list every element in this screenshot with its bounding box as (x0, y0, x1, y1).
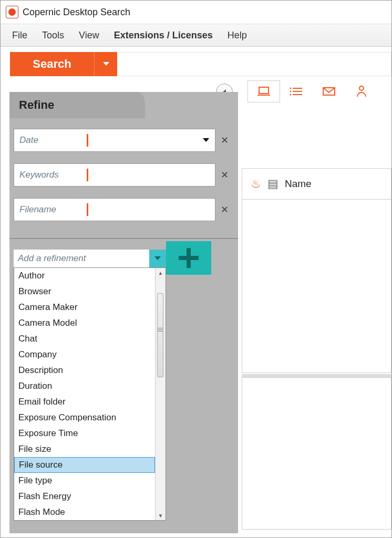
refinement-option[interactable]: Author (14, 268, 155, 284)
laptop-icon (257, 86, 271, 97)
add-refinement-dropdown-button[interactable] (149, 250, 166, 267)
results-list (242, 200, 391, 373)
menu-bar: File Tools View Extensions / Licenses He… (1, 24, 391, 47)
menu-tools[interactable]: Tools (35, 26, 71, 45)
caret-divider (87, 169, 88, 181)
refinement-option[interactable]: Email folder (14, 394, 155, 410)
preview-pane (242, 377, 391, 530)
refine-date-row: Date (14, 129, 215, 152)
refinement-option[interactable]: Duration (14, 378, 155, 394)
refine-date-clear[interactable]: ✕ (216, 129, 232, 152)
refine-date-dropdown[interactable] (202, 136, 215, 145)
refinement-option[interactable]: Company (14, 347, 155, 363)
scroll-grip-icon (158, 328, 163, 333)
refinement-option[interactable]: Browser (14, 284, 155, 299)
person-icon (356, 85, 367, 98)
add-refinement-plus-button[interactable] (166, 241, 211, 275)
menu-file[interactable]: File (5, 26, 35, 45)
refine-keywords-row: Keywords (14, 163, 215, 187)
refinement-option[interactable]: Exposure Time (14, 426, 155, 441)
search-input[interactable] (117, 52, 391, 76)
caret-divider (87, 203, 88, 216)
refinement-option[interactable]: File source (14, 457, 155, 473)
plus-icon (179, 248, 199, 268)
add-refinement-combo[interactable]: Add a refinement (14, 250, 166, 267)
category-mail[interactable] (313, 80, 345, 102)
svg-marker-13 (154, 256, 161, 260)
chevron-down-icon (202, 138, 210, 143)
scroll-down-button[interactable]: ▼ (156, 511, 166, 520)
chevron-down-icon (154, 256, 161, 261)
refinement-option[interactable]: Chat (14, 331, 155, 347)
relevance-icon[interactable]: ♨ (251, 177, 261, 191)
refine-keywords-label: Keywords (14, 170, 87, 180)
mail-icon (322, 86, 336, 97)
caret-divider (87, 134, 88, 147)
refine-tab[interactable]: Refine (9, 92, 145, 118)
menu-extensions[interactable]: Extensions / Licenses (107, 26, 220, 45)
refinement-options-list: AuthorBrowserCamera MakerCamera ModelCha… (14, 268, 155, 520)
menu-help[interactable]: Help (220, 26, 254, 45)
svg-point-9 (290, 94, 292, 96)
category-contacts[interactable] (345, 80, 378, 102)
search-button[interactable]: Search (10, 52, 94, 76)
svg-point-8 (290, 91, 292, 92)
app-title: Copernic Desktop Search (23, 7, 130, 18)
app-icon (6, 6, 18, 18)
svg-point-11 (359, 86, 364, 90)
list-icon (290, 86, 303, 97)
refinement-option[interactable]: Flash Mode (14, 504, 155, 520)
add-refinement-label: Add a refinement (14, 253, 149, 264)
chevron-down-icon (103, 62, 109, 66)
refinement-option[interactable]: Exposure Compensation (14, 410, 155, 426)
scroll-up-button[interactable]: ▲ (156, 268, 166, 277)
title-bar: Copernic Desktop Search (1, 1, 391, 24)
refine-date-label: Date (14, 135, 87, 146)
dropdown-scrollbar[interactable]: ▲ ▼ (155, 268, 166, 520)
svg-marker-12 (203, 138, 209, 142)
refinement-dropdown: AuthorBrowserCamera MakerCamera ModelCha… (14, 267, 166, 521)
category-tabs (247, 80, 378, 102)
refine-panel: Refine Date ✕ Keywords ✕ Filename ✕ Add … (9, 92, 238, 533)
column-name[interactable]: Name (285, 178, 312, 190)
svg-point-7 (290, 88, 292, 89)
refinement-option[interactable]: Description (14, 363, 155, 378)
refinement-option[interactable]: File type (14, 473, 155, 489)
refine-filename-row: Filename (14, 198, 215, 221)
svg-rect-2 (259, 87, 269, 94)
refinement-option[interactable]: Camera Model (14, 315, 155, 331)
refinement-option[interactable]: Camera Maker (14, 299, 155, 315)
svg-marker-0 (103, 62, 109, 66)
search-dropdown-button[interactable] (94, 52, 117, 76)
menu-view[interactable]: View (71, 26, 107, 45)
category-computer[interactable] (247, 80, 280, 102)
search-bar: Search (1, 47, 391, 76)
category-list[interactable] (280, 80, 313, 102)
refine-keywords-clear[interactable]: ✕ (216, 163, 232, 187)
refine-separator (9, 238, 238, 239)
refine-filename-clear[interactable]: ✕ (216, 198, 232, 221)
scroll-track[interactable] (156, 277, 166, 511)
type-icon[interactable]: ▤ (267, 177, 278, 191)
refine-filename-label: Filename (14, 204, 87, 215)
refinement-option[interactable]: Flash Energy (14, 489, 155, 504)
refinement-option[interactable]: File size (14, 441, 155, 457)
scroll-thumb[interactable] (157, 293, 163, 377)
results-header: ♨ ▤ Name (242, 168, 391, 200)
